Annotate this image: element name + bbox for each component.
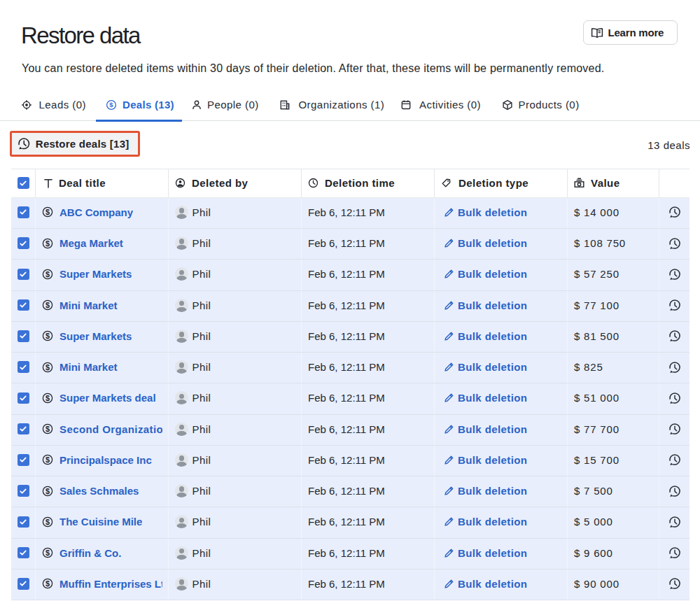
svg-text:$: $ <box>46 208 50 216</box>
svg-text:$: $ <box>46 394 50 402</box>
svg-text:$: $ <box>46 518 50 526</box>
svg-text:$: $ <box>46 239 50 247</box>
svg-text:$: $ <box>46 486 50 495</box>
svg-text:$: $ <box>46 579 50 588</box>
svg-text:$: $ <box>46 425 50 433</box>
svg-text:$: $ <box>46 549 50 557</box>
svg-text:$: $ <box>46 332 50 340</box>
svg-text:$: $ <box>46 270 50 278</box>
svg-text:$: $ <box>46 455 50 464</box>
svg-text:$: $ <box>109 101 113 108</box>
svg-text:$: $ <box>46 362 50 371</box>
svg-text:$: $ <box>46 301 50 309</box>
